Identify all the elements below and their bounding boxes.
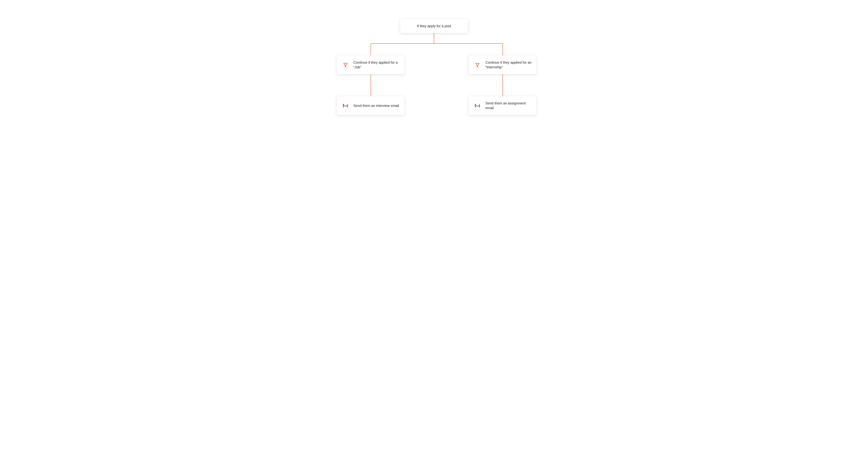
svg-marker-1 bbox=[476, 63, 479, 67]
gmail-icon bbox=[342, 102, 349, 109]
svg-marker-0 bbox=[344, 63, 347, 67]
gmail-icon bbox=[473, 102, 481, 109]
filter-node-internship[interactable]: Continue if they applied for an “Interns… bbox=[469, 56, 536, 74]
connector-line bbox=[434, 33, 434, 43]
action-node-label: Send them an interview email bbox=[353, 103, 400, 108]
connector-line bbox=[371, 43, 503, 44]
filter-node-label: Continue if they applied for a “Job” bbox=[353, 60, 400, 70]
workflow-diagram: If they apply for a post Continue if the… bbox=[300, 0, 568, 131]
connector-line bbox=[503, 43, 503, 56]
trigger-node-label: If they apply for a post bbox=[405, 24, 463, 28]
trigger-node[interactable]: If they apply for a post bbox=[400, 19, 468, 33]
action-node-label: Send them an assignment email bbox=[485, 101, 532, 110]
connector-line bbox=[371, 74, 371, 96]
connector-line bbox=[503, 74, 503, 96]
filter-icon bbox=[473, 62, 481, 68]
filter-node-job[interactable]: Continue if they applied for a “Job” bbox=[337, 56, 404, 74]
action-node-assignment-email[interactable]: Send them an assignment email bbox=[469, 96, 536, 115]
filter-node-label: Continue if they applied for an “Interns… bbox=[485, 60, 532, 70]
filter-icon bbox=[342, 62, 349, 68]
connector-line bbox=[371, 43, 371, 56]
action-node-interview-email[interactable]: Send them an interview email bbox=[337, 96, 404, 115]
